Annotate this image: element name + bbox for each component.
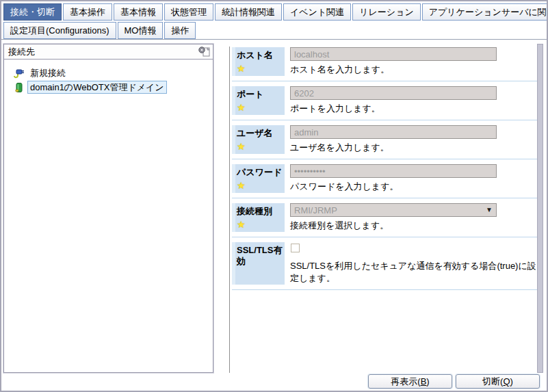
tab[interactable]: 基本情報 [114,3,163,21]
tab-label: アプリケーションサーバに関する情報 [429,6,548,18]
required-star-icon: ★ [237,64,283,74]
field-content: ••••••••••パスワードを入力します。 [285,164,539,193]
tab-label: 接続・切断 [10,6,55,18]
tab[interactable]: MO情報 [118,22,164,39]
password-input[interactable]: •••••••••• [290,164,497,178]
tab-label: 状態管理 [171,6,207,18]
tree-item[interactable]: 新規接続 [13,66,210,80]
form-row: 接続種別★RMI/JRMP▼接続種別を選択します。 [232,203,539,237]
tree-item-label: domain1のWebOTX管理ドメイン [27,81,167,94]
field-help: 接続種別を選択します。 [290,220,539,232]
field-content: localhostホスト名を入力します。 [285,47,539,76]
field-help: SSL/TLSを利用したセキュアな通信を有効する場合(true)に設定します。 [290,260,539,285]
form-row: SSL/TLS有効SSL/TLSを利用したセキュアな通信を有効する場合(true… [232,242,539,290]
connection-type-select[interactable]: RMI/JRMP▼ [290,203,497,217]
host-input[interactable]: localhost [290,47,497,61]
tab-label: MO情報 [125,25,157,37]
domain-icon [13,82,25,93]
chevron-down-icon: ▼ [486,207,493,213]
tab[interactable]: リレーション [352,3,421,21]
tab-label: 統計情報関連 [222,6,275,18]
tab-label: 操作 [171,25,189,37]
tab-bar-primary: 接続・切断基本操作基本情報状態管理統計情報関連イベント関連リレーションアプリケー… [1,1,547,21]
panel-page-icon[interactable] [198,46,211,57]
scrollbar[interactable] [537,44,543,373]
tab-label: 基本情報 [120,6,156,18]
field-label-cell: パスワード★ [232,164,285,193]
tab[interactable]: イベント関連 [283,3,351,21]
panel-splitter[interactable] [229,47,230,373]
form-row: ユーザ名★adminユーザ名を入力します。 [232,125,539,159]
tab[interactable]: 操作 [164,22,196,39]
field-label-cell: 接続種別★ [232,203,285,232]
tab-label: 基本操作 [70,6,105,18]
tree-item[interactable]: domain1のWebOTX管理ドメイン [13,80,210,94]
disconnect-button[interactable]: 切断(Q) [456,374,540,389]
tree-panel-header: 接続先 [4,44,213,60]
select-value: RMI/JRMP [294,205,337,215]
tab-label: 設定項目(Configurations) [10,25,109,37]
tab-label: リレーション [359,6,414,18]
field-help: ポートを入力します。 [290,103,539,115]
field-label-cell: ユーザ名★ [232,125,285,154]
connection-tree-panel: 接続先 新規接続domain1のWebOTX管理ドメイン [3,44,213,373]
field-help: ホスト名を入力します。 [290,64,539,76]
action-button-bar: 再表示(B)切断(Q) [368,374,540,389]
required-star-icon: ★ [237,142,283,152]
new-connection-icon [13,68,25,79]
connection-tree: 新規接続domain1のWebOTX管理ドメイン [4,60,213,94]
field-label-cell: ポート★ [232,86,285,115]
field-label-cell: ホスト名★ [232,47,285,76]
tab[interactable]: 接続・切断 [3,3,62,21]
connection-form: ホスト名★localhostホスト名を入力します。ポート★6202ポートを入力し… [232,42,539,290]
tree-item-label: 新規接続 [27,66,68,79]
required-star-icon: ★ [237,220,283,230]
tree-panel-title: 接続先 [8,46,35,58]
required-star-icon: ★ [237,181,283,191]
field-label: ユーザ名 [237,128,283,139]
tab[interactable]: 状態管理 [164,3,213,21]
field-label: 接続種別 [237,206,283,217]
field-content: adminユーザ名を入力します。 [285,125,539,154]
webotx-admin-window: 接続・切断基本操作基本情報状態管理統計情報関連イベント関連リレーションアプリケー… [0,0,548,392]
field-content: SSL/TLSを利用したセキュアな通信を有効する場合(true)に設定します。 [285,242,539,285]
field-help: ユーザ名を入力します。 [290,142,539,154]
field-label: ホスト名 [237,50,283,61]
form-row: ポート★6202ポートを入力します。 [232,86,539,120]
ssl-tls-checkbox[interactable] [291,244,300,252]
tab-label: イベント関連 [290,6,344,18]
field-content: 6202ポートを入力します。 [285,86,539,115]
field-label: SSL/TLS有効 [237,245,283,267]
username-input[interactable]: admin [290,125,497,139]
tab[interactable]: アプリケーションサーバに関する情報 [422,3,548,21]
tab[interactable]: 基本操作 [63,3,112,21]
field-content: RMI/JRMP▼接続種別を選択します。 [285,203,539,232]
field-label: パスワード [237,167,283,178]
required-star-icon: ★ [237,103,283,113]
field-help: パスワードを入力します。 [290,181,539,193]
refresh-button[interactable]: 再表示(B) [368,374,452,389]
tab-bar-secondary: 設定項目(Configurations)MO情報操作 [1,22,547,39]
form-row: ホスト名★localhostホスト名を入力します。 [232,47,539,81]
tab[interactable]: 統計情報関連 [215,3,282,21]
field-label-cell: SSL/TLS有効 [232,242,285,285]
tab-bar-divider [1,39,547,40]
form-row: パスワード★••••••••••パスワードを入力します。 [232,164,539,198]
tab[interactable]: 設定項目(Configurations) [3,22,116,39]
field-label: ポート [237,89,283,100]
port-input[interactable]: 6202 [290,86,497,100]
